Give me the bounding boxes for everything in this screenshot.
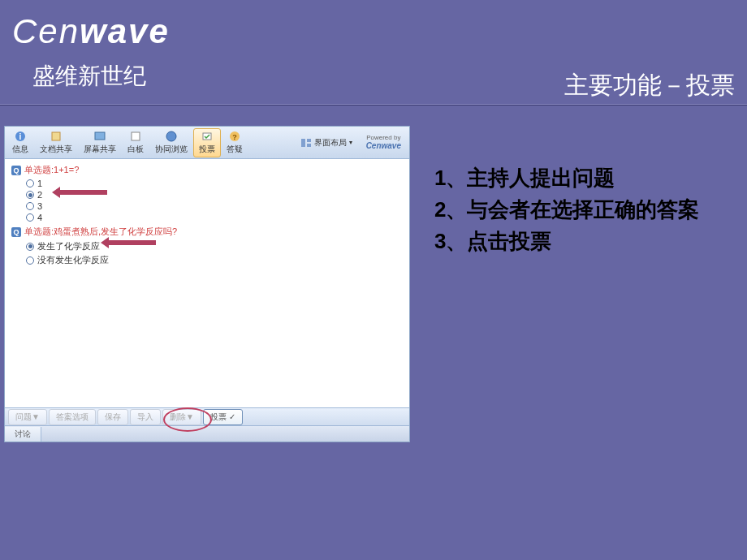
svg-text:?: ? [232, 133, 237, 141]
chat-tab-bar: 讨论 [5, 425, 409, 442]
radio-icon[interactable] [26, 256, 34, 265]
toolbar-right: 界面布局 ▾ Powered by Cenwave [295, 134, 408, 152]
tab-cobrowse-label: 协同浏览 [155, 144, 188, 155]
tab-qa-label: 答疑 [227, 144, 243, 155]
opt-label: 1 [37, 179, 42, 188]
opt-label: 2 [37, 190, 42, 200]
radio-icon[interactable] [26, 243, 34, 251]
content-area: i 信息 文档共享 屏幕共享 白板 协同浏览 投票 [4, 126, 743, 556]
tab-whiteboard-label: 白板 [127, 144, 144, 155]
answer-option-button[interactable]: 答案选项 [49, 409, 96, 425]
logo-cen: Cen [12, 12, 80, 50]
layout-icon [300, 138, 312, 148]
app-toolbar: i 信息 文档共享 屏幕共享 白板 协同浏览 投票 [5, 127, 409, 159]
vote-button[interactable]: 投票 ✓ [203, 409, 243, 425]
slide-header: Cenwave 盛维新世纪 主要功能－投票 [0, 0, 747, 106]
poll-panel: Q 单选题:1+1=? 1 2 3 4 Q 单选题:鸡蛋 [5, 159, 409, 407]
instruction-3: 3、点击投票 [434, 226, 743, 257]
powered-text: Powered by [366, 134, 401, 142]
instruction-2: 2、与会者在选择正确的答案 [434, 194, 743, 226]
q1-option-2[interactable]: 2 [26, 190, 403, 200]
pointer-arrow-icon [58, 190, 107, 195]
q1-option-3[interactable]: 3 [26, 201, 403, 211]
radio-icon[interactable] [26, 179, 34, 187]
opt-label: 4 [37, 213, 42, 222]
radio-icon[interactable] [26, 213, 34, 222]
save-button[interactable]: 保存 [97, 409, 128, 425]
svg-text:i: i [19, 132, 22, 141]
tab-vote[interactable]: 投票 [193, 128, 221, 157]
tab-docshare[interactable]: 文档共享 [34, 128, 78, 157]
svg-rect-9 [301, 139, 305, 147]
poll-bottom-toolbar: 问题▼ 答案选项 保存 导入 删除▼ 投票 ✓ [5, 407, 409, 425]
question-menu-button[interactable]: 问题▼ [8, 409, 47, 425]
question-1: Q 单选题:1+1=? [11, 164, 403, 176]
qa-icon: ? [227, 131, 242, 143]
radio-icon[interactable] [26, 191, 34, 199]
layout-button[interactable]: 界面布局 ▾ [295, 135, 358, 151]
whiteboard-icon [128, 131, 143, 143]
browse-icon [164, 131, 179, 143]
tab-qa[interactable]: ? 答疑 [221, 128, 248, 157]
question-2: Q 单选题:鸡蛋煮熟后,发生了化学反应吗? [11, 226, 403, 238]
svg-point-5 [166, 131, 176, 141]
page-title: 主要功能－投票 [564, 69, 735, 102]
doc-icon [49, 131, 63, 143]
opt-label: 发生了化学反应 [37, 240, 100, 252]
svg-rect-3 [95, 132, 105, 140]
app-screenshot: i 信息 文档共享 屏幕共享 白板 协同浏览 投票 [4, 126, 410, 442]
chat-tab[interactable]: 讨论 [5, 427, 41, 442]
q1-text: 单选题:1+1=? [24, 164, 79, 176]
screen-icon [93, 131, 107, 143]
tab-info[interactable]: i 信息 [6, 128, 34, 157]
powered-brand: Cenwave [366, 141, 401, 151]
vote-icon [200, 131, 214, 143]
svg-rect-10 [307, 139, 311, 142]
logo-wave: wave [80, 12, 170, 50]
q1-option-4[interactable]: 4 [26, 213, 403, 222]
q2-option-2[interactable]: 没有发生化学反应 [26, 254, 403, 266]
pointer-arrow-icon [107, 240, 156, 245]
svg-rect-11 [307, 144, 311, 147]
brand-subtitle: 盛维新世纪 [32, 61, 146, 92]
q2-text: 单选题:鸡蛋煮熟后,发生了化学反应吗? [24, 226, 177, 238]
layout-label: 界面布局 [314, 137, 347, 149]
q-badge-icon: Q [11, 166, 21, 175]
import-button[interactable]: 导入 [130, 409, 161, 425]
q2-option-1[interactable]: 发生了化学反应 [26, 240, 403, 252]
tab-docshare-label: 文档共享 [40, 144, 72, 155]
dropdown-icon: ▾ [349, 139, 352, 146]
tab-screenshare[interactable]: 屏幕共享 [78, 128, 122, 157]
radio-icon[interactable] [26, 202, 34, 210]
powered-by: Powered by Cenwave [366, 134, 401, 152]
svg-rect-2 [52, 132, 60, 140]
delete-menu-button[interactable]: 删除▼ [162, 409, 201, 425]
svg-rect-4 [132, 132, 140, 140]
tab-cobrowse[interactable]: 协同浏览 [149, 128, 193, 157]
q-badge-icon: Q [11, 227, 21, 237]
brand-logo: Cenwave [12, 12, 170, 51]
tab-vote-label: 投票 [199, 144, 215, 155]
instructions-panel: 1、主持人提出问题 2、与会者在选择正确的答案 3、点击投票 [426, 126, 743, 556]
tab-screenshare-label: 屏幕共享 [84, 144, 116, 155]
tab-info-label: 信息 [12, 144, 28, 155]
tab-whiteboard[interactable]: 白板 [122, 128, 149, 157]
info-icon: i [13, 131, 28, 143]
instruction-1: 1、主持人提出问题 [434, 162, 743, 194]
header-divider [0, 104, 747, 106]
opt-label: 3 [37, 201, 42, 211]
opt-label: 没有发生化学反应 [37, 254, 109, 266]
q1-option-1[interactable]: 1 [26, 179, 403, 188]
